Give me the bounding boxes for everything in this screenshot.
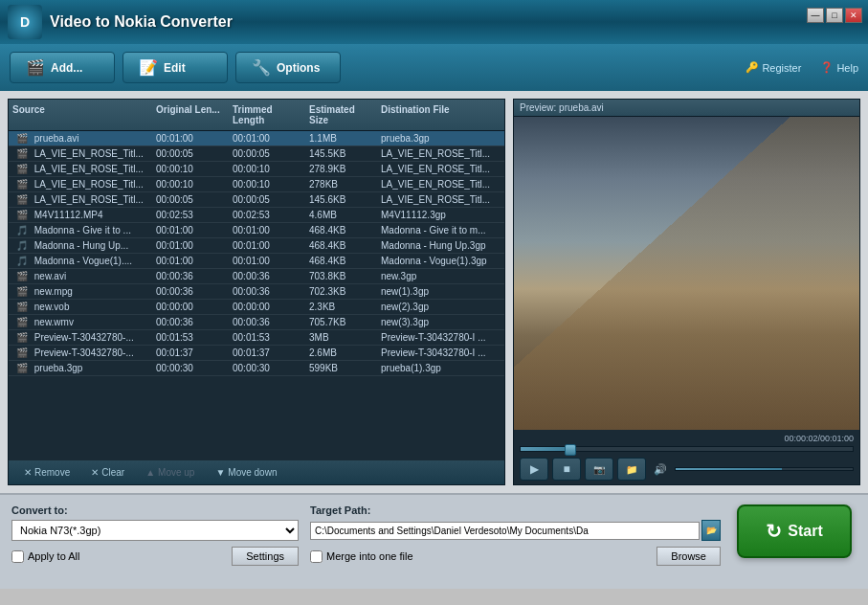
file-row[interactable]: 🎬 prueba.avi 00:01:00 00:01:00 1.1MB pru… bbox=[9, 131, 504, 146]
file-row[interactable]: 🎬 Preview-T-30432780-... 00:01:37 00:01:… bbox=[9, 346, 504, 361]
edit-icon: 📝 bbox=[139, 58, 158, 77]
snapshot-button[interactable]: 📷 bbox=[585, 458, 613, 481]
start-icon: ↻ bbox=[766, 520, 782, 543]
file-row[interactable]: 🎬 Preview-T-30432780-... 00:01:53 00:01:… bbox=[9, 330, 504, 346]
browse-button[interactable]: Browse bbox=[657, 547, 721, 566]
file-list-panel: Source Original Len... Trimmed Length Es… bbox=[8, 99, 505, 485]
apply-all-checkbox[interactable] bbox=[11, 550, 24, 563]
target-path-row: 📂 bbox=[310, 520, 721, 541]
merge-row: Merge into one file Browse bbox=[310, 547, 721, 566]
minimize-button[interactable]: — bbox=[807, 8, 824, 23]
merge-label: Merge into one file bbox=[326, 550, 413, 562]
edit-button[interactable]: 📝 Edit bbox=[122, 52, 228, 83]
preview-buttons: ▶ ■ 📷 📁 🔊 bbox=[520, 458, 854, 481]
file-row[interactable]: 🎬 new.mpg 00:00:36 00:00:36 702.3KB new(… bbox=[9, 284, 504, 300]
file-list-header: Source Original Len... Trimmed Length Es… bbox=[9, 100, 504, 131]
preview-time-display: 00:00:02/00:01:00 bbox=[520, 434, 854, 443]
header-trimmed: Trimmed Length bbox=[229, 102, 305, 127]
clear-button[interactable]: ✕ Clear bbox=[83, 464, 132, 481]
file-row[interactable]: 🎬 prueba.3gp 00:00:30 00:00:30 599KB pru… bbox=[9, 361, 504, 376]
file-row[interactable]: 🎬 new.avi 00:00:36 00:00:36 703.8KB new.… bbox=[9, 269, 504, 284]
file-list-body[interactable]: 🎬 prueba.avi 00:01:00 00:01:00 1.1MB pru… bbox=[9, 131, 504, 460]
register-link[interactable]: 🔑 Register bbox=[746, 61, 801, 74]
preview-progress-bar[interactable] bbox=[520, 446, 854, 452]
path-browse-icon-btn[interactable]: 📂 bbox=[701, 520, 721, 541]
convert-select-row: Nokia N73(*.3gp) Nokia N70(*.3gp) Nokia … bbox=[11, 520, 299, 541]
toolbar: 🎬 Add... 📝 Edit 🔧 Options 🔑 Register ❓ H… bbox=[0, 44, 868, 91]
register-icon: 🔑 bbox=[746, 61, 759, 74]
file-row[interactable]: 🎵 Madonna - Vogue(1).... 00:01:00 00:01:… bbox=[9, 254, 504, 269]
file-row[interactable]: 🎵 Madonna - Hung Up... 00:01:00 00:01:00… bbox=[9, 238, 504, 254]
file-row[interactable]: 🎬 LA_VIE_EN_ROSE_Titl... 00:00:05 00:00:… bbox=[9, 192, 504, 208]
move-up-icon: ▲ bbox=[145, 467, 155, 478]
target-path-section: Target Path: 📂 Merge into one file Brows… bbox=[310, 504, 721, 566]
file-row[interactable]: 🎬 M4V11112.MP4 00:02:53 00:02:53 4.6MB M… bbox=[9, 208, 504, 223]
file-row[interactable]: 🎬 LA_VIE_EN_ROSE_Titl... 00:00:10 00:00:… bbox=[9, 162, 504, 177]
convert-format-select[interactable]: Nokia N73(*.3gp) Nokia N70(*.3gp) Nokia … bbox=[11, 520, 299, 541]
volume-slider[interactable] bbox=[675, 467, 854, 471]
main-content: Source Original Len... Trimmed Length Es… bbox=[0, 91, 868, 493]
volume-icon: 🔊 bbox=[654, 463, 667, 476]
preview-video-content bbox=[514, 117, 859, 430]
move-up-button[interactable]: ▲ Move up bbox=[138, 464, 202, 481]
add-icon: 🎬 bbox=[26, 58, 45, 77]
settings-button[interactable]: Settings bbox=[232, 547, 299, 566]
start-section: ↻ Start bbox=[732, 504, 857, 558]
move-down-icon: ▼ bbox=[215, 467, 225, 478]
convert-to-label: Convert to: bbox=[11, 504, 299, 516]
preview-controls: 00:00:02/00:01:00 ▶ ■ 📷 📁 🔊 bbox=[514, 430, 859, 484]
preview-title: Preview: prueba.avi bbox=[514, 100, 859, 117]
options-icon: 🔧 bbox=[252, 58, 271, 77]
maximize-button[interactable]: □ bbox=[826, 8, 843, 23]
preview-panel: Preview: prueba.avi 00:00:02/00:01:00 ▶ … bbox=[513, 99, 860, 485]
bottom-panel: Convert to: Nokia N73(*.3gp) Nokia N70(*… bbox=[0, 493, 868, 589]
app-title: Video to Nokia Converter bbox=[50, 13, 233, 31]
apply-all-row: Apply to All Settings bbox=[11, 547, 299, 566]
file-row[interactable]: 🎬 LA_VIE_EN_ROSE_Titl... 00:00:10 00:00:… bbox=[9, 177, 504, 192]
title-bar: D Video to Nokia Converter — □ ✕ bbox=[0, 0, 868, 44]
merge-checkbox[interactable] bbox=[310, 550, 323, 563]
file-row[interactable]: 🎬 LA_VIE_EN_ROSE_Titl... 00:00:05 00:00:… bbox=[9, 146, 504, 162]
target-path-label: Target Path: bbox=[310, 504, 721, 516]
header-destination: Distination File bbox=[377, 102, 504, 127]
target-path-input[interactable] bbox=[310, 522, 700, 540]
convert-to-section: Convert to: Nokia N73(*.3gp) Nokia N70(*… bbox=[11, 504, 299, 566]
header-source: Source bbox=[9, 102, 152, 127]
add-button[interactable]: 🎬 Add... bbox=[10, 52, 115, 83]
header-estimated: Estimated Size bbox=[305, 102, 377, 127]
window-controls: — □ ✕ bbox=[807, 8, 862, 23]
apply-all-label: Apply to All bbox=[28, 550, 79, 562]
close-button[interactable]: ✕ bbox=[845, 8, 862, 23]
file-row[interactable]: 🎬 new.vob 00:00:00 00:00:00 2.3KB new(2)… bbox=[9, 300, 504, 315]
options-button[interactable]: 🔧 Options bbox=[235, 52, 341, 83]
help-icon: ❓ bbox=[820, 61, 834, 74]
clear-icon: ✕ bbox=[91, 467, 99, 478]
play-button[interactable]: ▶ bbox=[520, 458, 548, 481]
header-original-len: Original Len... bbox=[152, 102, 229, 127]
stop-button[interactable]: ■ bbox=[552, 458, 581, 481]
remove-button[interactable]: ✕ Remove bbox=[16, 464, 78, 481]
app-logo: D bbox=[8, 5, 42, 39]
move-down-button[interactable]: ▼ Move down bbox=[208, 464, 284, 481]
preview-video bbox=[514, 117, 859, 430]
preview-progress-thumb[interactable] bbox=[565, 444, 576, 456]
file-row[interactable]: 🎵 Madonna - Give it to ... 00:01:00 00:0… bbox=[9, 223, 504, 238]
preview-progress-fill bbox=[521, 447, 570, 451]
file-row[interactable]: 🎬 new.wmv 00:00:36 00:00:36 705.7KB new(… bbox=[9, 315, 504, 330]
open-folder-button[interactable]: 📁 bbox=[617, 458, 646, 481]
start-button[interactable]: ↻ Start bbox=[737, 504, 852, 558]
help-link[interactable]: ❓ Help bbox=[820, 61, 858, 74]
remove-icon: ✕ bbox=[24, 467, 32, 478]
action-bar: ✕ Remove ✕ Clear ▲ Move up ▼ Move down bbox=[9, 460, 504, 484]
